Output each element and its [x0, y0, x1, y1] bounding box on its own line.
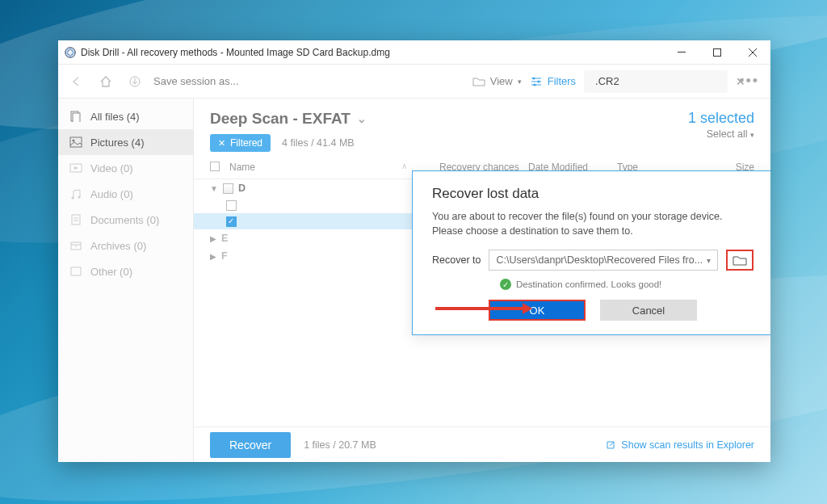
filtered-tag[interactable]: ✕ Filtered	[210, 134, 271, 152]
sidebar-item-other[interactable]: Other (0)	[58, 258, 193, 284]
toolbar: Save session as... View ▾ Filters ✕ •••	[58, 65, 770, 99]
footer-info: 1 files / 20.7 MB	[304, 439, 376, 451]
home-button[interactable]	[95, 71, 116, 92]
dialog-body: You are about to recover the file(s) fou…	[432, 210, 754, 238]
expand-icon: ▶	[210, 234, 216, 243]
svg-rect-11	[73, 113, 80, 122]
recover-to-label: Recover to	[432, 254, 481, 266]
save-session-icon[interactable]	[124, 71, 145, 92]
video-icon	[69, 162, 82, 174]
svg-point-13	[73, 140, 75, 142]
check-icon: ✓	[500, 279, 511, 290]
svg-rect-17	[72, 215, 80, 225]
files-icon	[69, 111, 82, 122]
chevron-down-icon: ⌄	[357, 112, 367, 125]
scan-title[interactable]: Deep Scan - EXFAT ⌄	[210, 110, 688, 128]
archive-icon	[69, 240, 82, 251]
back-button[interactable]	[66, 71, 87, 92]
sidebar-item-audio[interactable]: Audio (0)	[58, 181, 193, 207]
search-box[interactable]: ✕	[584, 70, 728, 93]
select-all[interactable]: Select all ▾	[688, 128, 754, 140]
minimize-button[interactable]	[664, 40, 699, 65]
col-name[interactable]: Name	[229, 162, 401, 174]
dialog-title: Recover lost data	[432, 186, 754, 202]
footer: Recover 1 files / 20.7 MB Show scan resu…	[194, 426, 770, 462]
header-checkbox[interactable]	[210, 162, 220, 171]
svg-point-7	[533, 83, 535, 86]
svg-rect-12	[70, 137, 82, 147]
cancel-button[interactable]: Cancel	[600, 300, 697, 321]
other-icon	[69, 266, 82, 277]
app-window: Disk Drill - All recovery methods - Moun…	[58, 40, 770, 462]
chevron-down-icon: ▾	[518, 78, 522, 86]
sidebar-item-video[interactable]: Video (0)	[58, 155, 193, 181]
show-in-explorer[interactable]: Show scan results in Explorer	[605, 439, 754, 451]
external-icon	[605, 439, 616, 451]
close-button[interactable]	[735, 40, 770, 65]
expand-icon: ▶	[210, 252, 216, 261]
sidebar-item-archives[interactable]: Archives (0)	[58, 233, 193, 258]
row-checkbox[interactable]	[226, 216, 237, 227]
svg-point-15	[72, 197, 74, 200]
chevron-down-icon: ▾	[707, 256, 711, 265]
maximize-button[interactable]	[699, 40, 735, 65]
sidebar-item-documents[interactable]: Documents (0)	[58, 207, 193, 233]
filters-button[interactable]: Filters	[530, 75, 576, 87]
ok-button[interactable]: OK	[489, 300, 586, 321]
file-count: 4 files / 41.4 MB	[282, 137, 355, 149]
window-title: Disk Drill - All recovery methods - Moun…	[81, 47, 390, 58]
document-icon	[69, 214, 82, 225]
row-checkbox[interactable]	[226, 200, 237, 211]
audio-icon	[69, 188, 82, 200]
save-session-label[interactable]: Save session as...	[153, 75, 239, 87]
sidebar-item-pictures[interactable]: Pictures (4)	[58, 129, 193, 155]
view-dropdown[interactable]: View ▾	[472, 75, 522, 87]
chevron-down-icon: ▾	[750, 131, 754, 139]
collapse-icon: ▼	[210, 184, 218, 193]
app-icon	[65, 47, 76, 58]
search-input[interactable]	[595, 75, 731, 87]
selected-count: 1 selected	[688, 110, 754, 127]
folder-icon	[733, 254, 747, 266]
recover-dialog: Recover lost data You are about to recov…	[412, 170, 770, 335]
destination-status: ✓ Destination confirmed. Looks good!	[500, 279, 754, 290]
svg-point-16	[78, 196, 81, 199]
svg-point-6	[537, 80, 539, 82]
group-checkbox[interactable]	[223, 183, 233, 194]
close-icon: ✕	[218, 138, 225, 149]
sort-icon: ∧	[401, 162, 407, 174]
svg-rect-1	[714, 48, 721, 56]
svg-point-5	[532, 77, 535, 79]
sliders-icon	[530, 76, 543, 87]
folder-icon	[472, 76, 485, 87]
pictures-icon	[69, 136, 82, 148]
main-panel: Deep Scan - EXFAT ⌄ ✕ Filtered 4 files /…	[194, 99, 770, 462]
svg-rect-23	[71, 267, 81, 275]
more-menu[interactable]: •••	[736, 73, 762, 90]
browse-folder-button[interactable]	[726, 250, 754, 271]
annotation-arrow	[435, 307, 524, 310]
recover-button[interactable]: Recover	[210, 432, 291, 458]
sidebar: All files (4) Pictures (4) Video (0) Aud…	[58, 99, 194, 462]
destination-select[interactable]: C:\Users\danpr\Desktop\Recovered Files f…	[489, 250, 718, 271]
titlebar: Disk Drill - All recovery methods - Moun…	[58, 40, 770, 65]
sidebar-item-all[interactable]: All files (4)	[58, 103, 193, 129]
svg-rect-0	[678, 52, 686, 52]
